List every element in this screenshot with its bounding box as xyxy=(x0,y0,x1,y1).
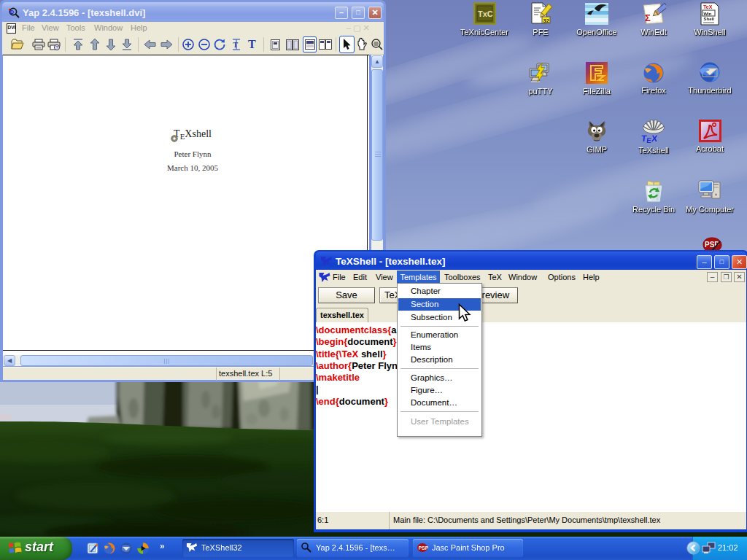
svg-text:DVI: DVI xyxy=(8,25,16,30)
svg-text:T: T xyxy=(248,38,256,50)
svg-text:Σ: Σ xyxy=(645,12,651,23)
svg-text:Shell: Shell xyxy=(704,17,715,21)
svg-text:32: 32 xyxy=(543,18,549,24)
svg-text:TEX: TEX xyxy=(641,133,658,144)
svg-text:Win: Win xyxy=(704,12,712,16)
svg-text:TxC: TxC xyxy=(478,9,493,18)
svg-text:TeX: TeX xyxy=(703,4,713,9)
svg-text:T: T xyxy=(233,41,239,49)
svg-text:PSP: PSP xyxy=(418,545,428,551)
svg-text:D: D xyxy=(10,9,14,15)
